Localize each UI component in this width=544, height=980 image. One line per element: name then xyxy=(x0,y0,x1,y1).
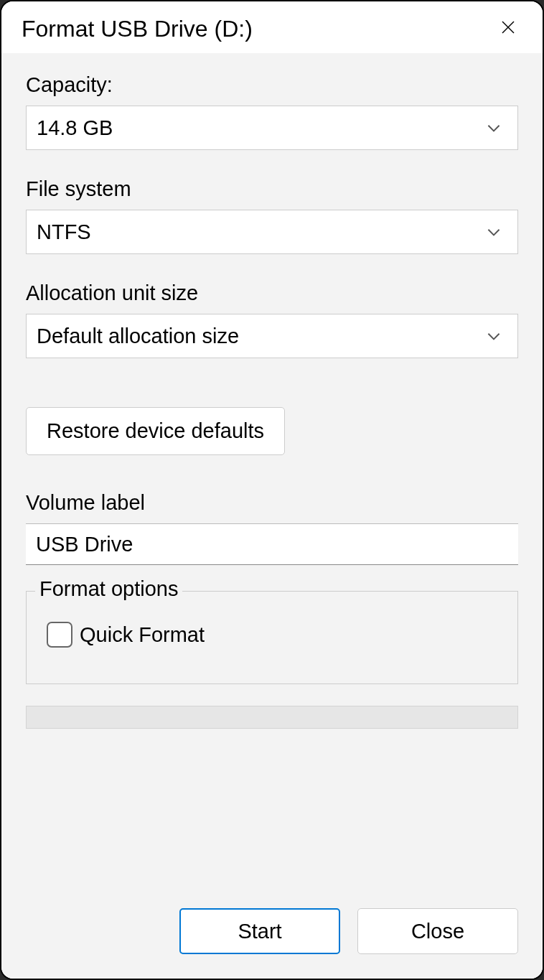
capacity-value: 14.8 GB xyxy=(37,116,113,140)
format-dialog: Format USB Drive (D:) Capacity: 14.8 GB … xyxy=(0,0,544,980)
filesystem-dropdown[interactable]: NTFS xyxy=(26,210,518,254)
volume-label-label: Volume label xyxy=(26,491,518,515)
progress-bar xyxy=(26,706,518,729)
start-button[interactable]: Start xyxy=(179,908,340,954)
close-window-button[interactable] xyxy=(494,14,522,43)
allocation-value: Default allocation size xyxy=(37,325,239,348)
quick-format-label: Quick Format xyxy=(80,623,205,647)
close-button[interactable]: Close xyxy=(357,908,518,954)
format-options-legend: Format options xyxy=(35,577,182,601)
button-row: Start Close xyxy=(26,908,518,954)
capacity-label: Capacity: xyxy=(26,73,518,97)
chevron-down-icon xyxy=(484,327,503,345)
volume-label-input[interactable] xyxy=(26,523,518,565)
titlebar: Format USB Drive (D:) xyxy=(1,1,543,53)
dialog-content: Capacity: 14.8 GB File system NTFS Alloc… xyxy=(1,53,543,979)
chevron-down-icon xyxy=(484,118,503,137)
capacity-dropdown[interactable]: 14.8 GB xyxy=(26,106,518,150)
format-options-fieldset: Format options Quick Format xyxy=(26,591,518,684)
filesystem-value: NTFS xyxy=(37,220,91,244)
quick-format-checkbox[interactable] xyxy=(47,622,72,648)
filesystem-label: File system xyxy=(26,177,518,201)
close-icon xyxy=(500,19,517,39)
allocation-label: Allocation unit size xyxy=(26,281,518,305)
restore-defaults-button[interactable]: Restore device defaults xyxy=(26,407,285,455)
allocation-dropdown[interactable]: Default allocation size xyxy=(26,314,518,358)
chevron-down-icon xyxy=(484,223,503,241)
quick-format-row: Quick Format xyxy=(47,622,503,648)
window-title: Format USB Drive (D:) xyxy=(22,16,253,42)
